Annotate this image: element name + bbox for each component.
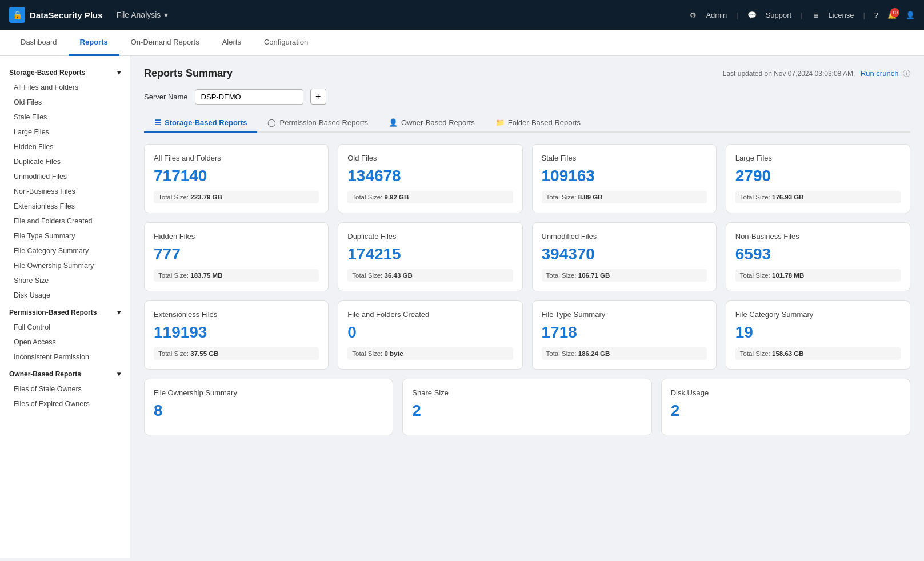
sidebar-item-full-control[interactable]: Full Control [0, 320, 130, 335]
help-icon[interactable]: ? [874, 11, 878, 19]
sidebar-item-extensionless-files[interactable]: Extensionless Files [0, 199, 130, 214]
chevron-down-icon-2: ▾ [117, 308, 121, 316]
card-sub: Total Size: 36.43 GB [347, 269, 513, 282]
card-value: 6593 [735, 245, 901, 263]
header-left: 🔒 DataSecurity Plus File Analysis ▾ [9, 7, 168, 23]
owner-section-title: Owner-Based Reports ▾ [0, 364, 130, 382]
admin-link[interactable]: Admin [706, 11, 727, 19]
server-name-input[interactable] [195, 89, 303, 105]
card-value: 394370 [542, 245, 707, 263]
folder-tab-icon: 📁 [495, 118, 505, 127]
card-file-ownership-summary[interactable]: File Ownership Summary 8 [144, 379, 393, 435]
card-value: 0 [347, 323, 513, 342]
card-title: Non-Business Files [735, 232, 901, 241]
notif-badge: 10 [890, 8, 899, 17]
card-title: Extensionless Files [154, 310, 319, 319]
storage-tab-label: Storage-Based Reports [165, 118, 247, 127]
server-row: Server Name + [144, 89, 910, 105]
sub-tab-owner[interactable]: 👤 Owner-Based Reports [378, 114, 485, 133]
sidebar-item-files-expired-owners[interactable]: Files of Expired Owners [0, 396, 130, 411]
card-title: Hidden Files [154, 232, 319, 241]
card-unmodified-files[interactable]: Unmodified Files 394370 Total Size: 106.… [532, 222, 717, 291]
help-circle-icon: ⓘ [903, 69, 910, 78]
tab-configuration[interactable]: Configuration [253, 30, 319, 56]
sidebar-item-file-folders-created[interactable]: File and Folders Created [0, 214, 130, 229]
layout: Storage-Based Reports ▾ All Files and Fo… [0, 56, 924, 558]
card-value: 777 [154, 245, 319, 263]
app-selector[interactable]: File Analysis ▾ [117, 10, 169, 19]
sidebar-item-unmodified-files[interactable]: Unmodified Files [0, 169, 130, 184]
card-extensionless-files[interactable]: Extensionless Files 119193 Total Size: 3… [144, 300, 329, 370]
server-name-label: Server Name [144, 93, 188, 101]
card-title: File Category Summary [735, 310, 901, 319]
permission-tab-icon: ◯ [267, 118, 276, 127]
card-file-folders-created[interactable]: File and Folders Created 0 Total Size: 0… [338, 300, 522, 370]
card-old-files[interactable]: Old Files 134678 Total Size: 9.92 GB [338, 144, 522, 213]
card-value: 2 [671, 402, 901, 420]
sidebar-item-large-files[interactable]: Large Files [0, 125, 130, 139]
card-sub: Total Size: 37.55 GB [154, 347, 319, 360]
card-large-files[interactable]: Large Files 2790 Total Size: 176.93 GB [726, 144, 910, 213]
card-title: File and Folders Created [347, 310, 513, 319]
sidebar-item-stale-files[interactable]: Stale Files [0, 110, 130, 125]
dropdown-arrow-icon: ▾ [164, 10, 168, 19]
brand: 🔒 DataSecurity Plus [9, 7, 103, 23]
tab-dashboard[interactable]: Dashboard [9, 30, 69, 56]
sidebar-item-non-business-files[interactable]: Non-Business Files [0, 184, 130, 199]
card-all-files[interactable]: All Files and Folders 717140 Total Size:… [144, 144, 329, 213]
brand-icon: 🔒 [9, 7, 25, 23]
sidebar-item-open-access[interactable]: Open Access [0, 335, 130, 350]
cards-row-4: File Ownership Summary 8 Share Size 2 Di… [144, 379, 910, 435]
card-hidden-files[interactable]: Hidden Files 777 Total Size: 183.75 MB [144, 222, 329, 291]
storage-tab-icon: ☰ [154, 118, 161, 127]
card-sub: Total Size: 176.93 GB [735, 191, 901, 203]
sidebar-item-duplicate-files[interactable]: Duplicate Files [0, 154, 130, 169]
card-disk-usage[interactable]: Disk Usage 2 [661, 379, 910, 435]
tab-alerts[interactable]: Alerts [211, 30, 253, 56]
nav-tabs: Dashboard Reports On-Demand Reports Aler… [0, 30, 924, 56]
sub-tab-permission[interactable]: ◯ Permission-Based Reports [257, 114, 378, 133]
card-non-business-files[interactable]: Non-Business Files 6593 Total Size: 101.… [726, 222, 910, 291]
sub-tabs: ☰ Storage-Based Reports ◯ Permission-Bas… [144, 114, 910, 133]
sidebar-item-share-size[interactable]: Share Size [0, 273, 130, 288]
last-updated-text: Last updated on Nov 07,2024 03:03:08 AM. [723, 70, 855, 78]
run-crunch-link[interactable]: Run crunch [861, 69, 898, 78]
support-icon: 💬 [747, 11, 757, 19]
tab-reports[interactable]: Reports [69, 30, 119, 56]
card-file-type-summary[interactable]: File Type Summary 1718 Total Size: 186.2… [532, 300, 717, 370]
add-server-button[interactable]: + [310, 89, 326, 105]
license-link[interactable]: License [829, 11, 854, 19]
app-selector-label: File Analysis [117, 10, 161, 19]
sub-tab-storage[interactable]: ☰ Storage-Based Reports [144, 114, 257, 133]
card-share-size[interactable]: Share Size 2 [402, 379, 651, 435]
card-title: Unmodified Files [542, 232, 707, 241]
owner-tab-label: Owner-Based Reports [401, 118, 475, 127]
sidebar-item-disk-usage[interactable]: Disk Usage [0, 288, 130, 303]
main-header: Reports Summary Last updated on Nov 07,2… [144, 67, 910, 79]
sub-tab-folder[interactable]: 📁 Folder-Based Reports [485, 114, 591, 133]
card-title: File Type Summary [542, 310, 707, 319]
sidebar-item-files-stale-owners[interactable]: Files of Stale Owners [0, 382, 130, 396]
card-value: 2790 [735, 167, 901, 185]
storage-section-title: Storage-Based Reports ▾ [0, 63, 130, 80]
support-link[interactable]: Support [766, 11, 792, 19]
sidebar-item-old-files[interactable]: Old Files [0, 95, 130, 110]
card-duplicate-files[interactable]: Duplicate Files 174215 Total Size: 36.43… [338, 222, 522, 291]
sidebar-item-file-type-summary[interactable]: File Type Summary [0, 229, 130, 243]
sidebar-item-file-category-summary[interactable]: File Category Summary [0, 243, 130, 258]
sidebar-item-inconsistent-permission[interactable]: Inconsistent Permission [0, 350, 130, 364]
tab-ondemand-reports[interactable]: On-Demand Reports [119, 30, 211, 56]
notifications[interactable]: 🔔 10 [887, 11, 897, 19]
card-sub: Total Size: 9.92 GB [347, 191, 513, 203]
sidebar-item-hidden-files[interactable]: Hidden Files [0, 139, 130, 154]
cards-row-2: Hidden Files 777 Total Size: 183.75 MB D… [144, 222, 910, 291]
card-stale-files[interactable]: Stale Files 109163 Total Size: 8.89 GB [532, 144, 717, 213]
chevron-down-icon: ▾ [117, 69, 121, 77]
card-title: File Ownership Summary [154, 388, 383, 397]
card-file-category-summary[interactable]: File Category Summary 19 Total Size: 158… [726, 300, 910, 370]
user-icon[interactable]: 👤 [906, 11, 915, 19]
card-title: Share Size [412, 388, 642, 397]
sidebar-item-all-files[interactable]: All Files and Folders [0, 80, 130, 95]
sidebar-item-file-ownership-summary[interactable]: File Ownership Summary [0, 258, 130, 273]
card-value: 8 [154, 402, 383, 420]
